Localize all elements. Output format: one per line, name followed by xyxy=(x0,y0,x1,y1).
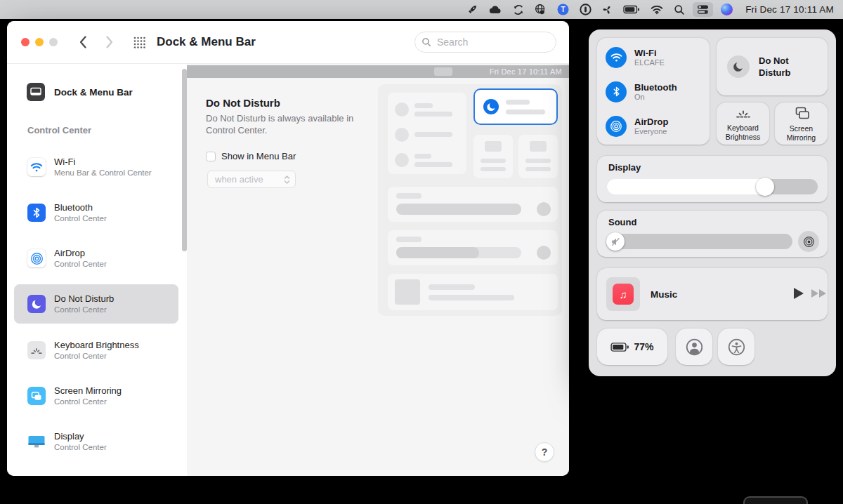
placeholder xyxy=(414,154,431,159)
forward-button[interactable] xyxy=(105,35,114,49)
battery-icon[interactable] xyxy=(623,5,640,14)
music-card: ♫ Music xyxy=(597,268,828,320)
fan-icon[interactable] xyxy=(602,4,613,15)
sidebar: Dock & Menu Bar Control Center Wi-Fi Men… xyxy=(7,63,188,476)
wifi-network: ELCAFE xyxy=(634,58,665,67)
control-center-icon[interactable] xyxy=(693,2,713,17)
placeholder xyxy=(481,167,506,171)
one-password-icon[interactable] xyxy=(580,4,592,15)
sidebar-item-dock-menu-bar[interactable]: Dock & Menu Bar xyxy=(27,83,133,101)
page-title: Do Not Disturb xyxy=(206,97,280,109)
control-center-bluetooth[interactable]: Bluetooth On xyxy=(597,74,710,109)
sidebar-item-title: Display xyxy=(54,431,107,442)
sidebar-item-wifi[interactable]: Wi-Fi Menu Bar & Control Center xyxy=(14,147,178,187)
sidebar-item-title: Bluetooth xyxy=(54,202,107,213)
fast-forward-button[interactable] xyxy=(811,289,828,298)
play-button[interactable] xyxy=(792,286,805,300)
sidebar-item-title: AirDrop xyxy=(54,248,107,259)
wifi-title: Wi-Fi xyxy=(634,48,665,58)
connectivity-card: Wi-Fi ELCAFE Bluetooth On AirDrop Everyo… xyxy=(597,38,710,145)
show-all-grid-icon[interactable] xyxy=(133,37,145,48)
search-input[interactable] xyxy=(436,36,530,48)
vpn-globe-icon[interactable] xyxy=(535,4,547,15)
help-button[interactable]: ? xyxy=(535,442,554,462)
wifi-icon xyxy=(27,158,46,176)
control-center-preview xyxy=(378,84,562,316)
control-center-keyboard-brightness[interactable]: Keyboard Brightness xyxy=(717,102,769,145)
bluetooth-status: On xyxy=(634,93,677,102)
audio-output-button[interactable] xyxy=(798,231,819,252)
dnd-label: Do Not Disturb xyxy=(759,55,802,79)
placeholder xyxy=(396,237,422,242)
preview-display-card xyxy=(388,187,558,222)
back-button[interactable] xyxy=(79,35,87,49)
tailscale-icon[interactable]: T xyxy=(557,4,569,15)
battery-icon xyxy=(610,342,629,352)
preview-list-card xyxy=(388,93,466,174)
placeholder xyxy=(429,295,514,300)
siri-icon[interactable] xyxy=(721,4,733,15)
sidebar-item-display[interactable]: Display Control Center xyxy=(14,422,178,461)
sidebar-item-bluetooth[interactable]: Bluetooth Control Center xyxy=(14,193,178,232)
placeholder xyxy=(537,246,551,260)
menu-bar: T Fri Dec 17 10:11 AM xyxy=(0,0,843,19)
bluetooth-icon xyxy=(606,81,627,102)
sidebar-item-subtitle: Control Center xyxy=(54,397,122,406)
page-description: Do Not Disturb is always available in Co… xyxy=(206,112,374,136)
user-icon xyxy=(685,338,704,357)
accessibility-icon xyxy=(727,338,746,357)
control-center-airdrop[interactable]: AirDrop Everyone xyxy=(597,109,710,143)
placeholder xyxy=(485,141,502,152)
spotlight-search-icon[interactable] xyxy=(674,4,685,15)
bluetooth-icon xyxy=(27,204,46,222)
close-button[interactable] xyxy=(21,38,30,46)
control-center-screen-mirroring[interactable]: Screen Mirroring xyxy=(775,102,828,145)
audio-waves-icon xyxy=(803,236,815,248)
menu-bar-clock[interactable]: Fri Dec 17 10:11 AM xyxy=(745,4,834,15)
preview-menu-extra-icon xyxy=(434,67,452,76)
rocket-icon[interactable] xyxy=(466,4,478,15)
sound-slider[interactable] xyxy=(607,234,792,249)
bluetooth-title: Bluetooth xyxy=(634,82,677,93)
show-in-menu-bar-checkbox[interactable] xyxy=(206,152,216,161)
preview-tile xyxy=(473,135,513,178)
sound-card: Sound xyxy=(597,211,828,257)
minimize-button[interactable] xyxy=(35,38,44,46)
checkbox-label: Show in Menu Bar xyxy=(221,151,296,161)
wifi-icon[interactable] xyxy=(651,5,663,15)
screen-mirroring-icon xyxy=(27,387,46,405)
sync-icon[interactable] xyxy=(513,4,524,15)
sidebar-scrollbar[interactable] xyxy=(182,69,187,251)
sidebar-item-airdrop[interactable]: AirDrop Control Center xyxy=(14,239,178,278)
display-slider[interactable] xyxy=(607,179,818,194)
music-artwork: ♫ xyxy=(606,277,640,311)
control-center-wifi[interactable]: Wi-Fi ELCAFE xyxy=(597,40,710,74)
placeholder xyxy=(396,247,479,258)
when-active-dropdown[interactable]: when active xyxy=(207,171,296,188)
placeholder xyxy=(414,132,452,137)
sidebar-item-keyboard-brightness[interactable]: Keyboard Brightness Control Center xyxy=(14,331,178,370)
preview-clock: Fri Dec 17 10:11 AM xyxy=(490,67,562,76)
sound-slider-knob[interactable] xyxy=(606,232,625,251)
display-slider-knob[interactable] xyxy=(756,178,774,196)
accessibility-button[interactable] xyxy=(718,329,754,365)
sidebar-section-label: Control Center xyxy=(27,125,91,135)
keyboard-brightness-label: Keyboard Brightness xyxy=(717,124,769,141)
zoom-button[interactable] xyxy=(49,38,58,46)
control-center-dnd[interactable]: Do Not Disturb xyxy=(717,38,828,95)
battery-status[interactable]: 77% xyxy=(597,329,667,365)
sound-label: Sound xyxy=(608,217,636,227)
preview-sound-card xyxy=(388,230,558,265)
search-field[interactable] xyxy=(414,32,556,53)
user-button[interactable] xyxy=(676,329,712,365)
sidebar-item-screen-mirroring[interactable]: Screen Mirroring Control Center xyxy=(14,376,178,416)
airdrop-icon xyxy=(27,249,46,267)
cloud-icon[interactable] xyxy=(489,4,502,15)
dock-icon xyxy=(27,83,45,101)
airdrop-icon xyxy=(606,116,627,137)
placeholder xyxy=(396,204,521,215)
keyboard-brightness-icon xyxy=(735,107,752,119)
window-title: Dock & Menu Bar xyxy=(157,35,256,49)
dropdown-value: when active xyxy=(215,174,263,185)
sidebar-item-do-not-disturb[interactable]: Do Not Disturb Control Center xyxy=(14,284,178,324)
